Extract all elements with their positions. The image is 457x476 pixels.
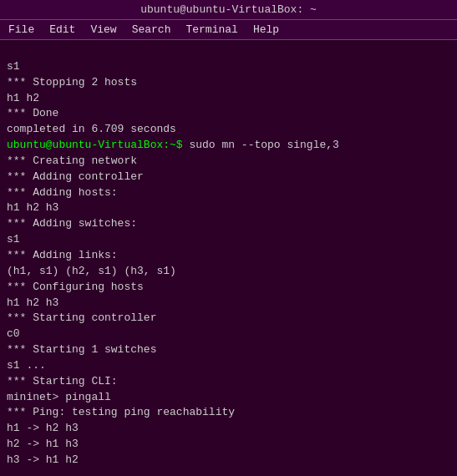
menu-item-search[interactable]: Search — [127, 22, 176, 38]
terminal-line: *** Adding links: — [7, 248, 450, 264]
terminal-line: *** Creating network — [7, 154, 450, 170]
mininet-prompt-line: mininet> pingall — [7, 390, 450, 406]
terminal-line: *** Adding switches: — [7, 216, 450, 232]
terminal-line: h1 h2 — [7, 91, 450, 107]
title-bar: ubuntu@ubuntu-VirtualBox: ~ — [0, 0, 457, 20]
menu-item-view[interactable]: View — [85, 22, 121, 38]
terminal-line: h2 -> h1 h3 — [7, 437, 450, 453]
terminal-line: *** Configuring hosts — [7, 280, 450, 296]
terminal-body[interactable]: s1*** Stopping 2 hostsh1 h2*** Donecompl… — [0, 40, 457, 469]
terminal-line: *** Starting controller — [7, 311, 450, 327]
menu-bar: FileEditViewSearchTerminalHelp — [0, 20, 457, 40]
terminal-line: *** Ping: testing ping reachability — [7, 405, 450, 421]
terminal-line: s1 ... — [7, 358, 450, 374]
terminal-prompt-line: ubuntu@ubuntu-VirtualBox:~$ sudo mn --to… — [7, 138, 450, 154]
terminal-line: *** Starting CLI: — [7, 374, 450, 390]
terminal-line: completed in 6.709 seconds — [7, 122, 450, 138]
terminal-line: c0 — [7, 327, 450, 342]
menu-item-edit[interactable]: Edit — [44, 22, 80, 38]
menu-item-help[interactable]: Help — [248, 22, 284, 38]
terminal-line: *** Stopping 2 hosts — [7, 75, 450, 91]
terminal-line: h1 h2 h3 — [7, 200, 450, 216]
terminal-line: h3 -> h1 h2 — [7, 453, 450, 468]
terminal-line: h1 h2 h3 — [7, 296, 450, 311]
terminal-line: h1 -> h2 h3 — [7, 421, 450, 437]
terminal-line: s1 — [7, 232, 450, 248]
title-text: ubuntu@ubuntu-VirtualBox: ~ — [140, 3, 317, 16]
terminal-line: *** Adding controller — [7, 170, 450, 185]
terminal-line: *** Results: 0% dropped (6/6 received) — [7, 468, 450, 469]
terminal-line: *** Done — [7, 106, 450, 122]
terminal-line: *** Adding hosts: — [7, 185, 450, 201]
terminal-line: s1 — [7, 59, 450, 75]
menu-item-terminal[interactable]: Terminal — [180, 22, 242, 38]
terminal-line: (h1, s1) (h2, s1) (h3, s1) — [7, 264, 450, 280]
menu-item-file[interactable]: File — [3, 22, 39, 38]
terminal-line: *** Starting 1 switches — [7, 342, 450, 358]
